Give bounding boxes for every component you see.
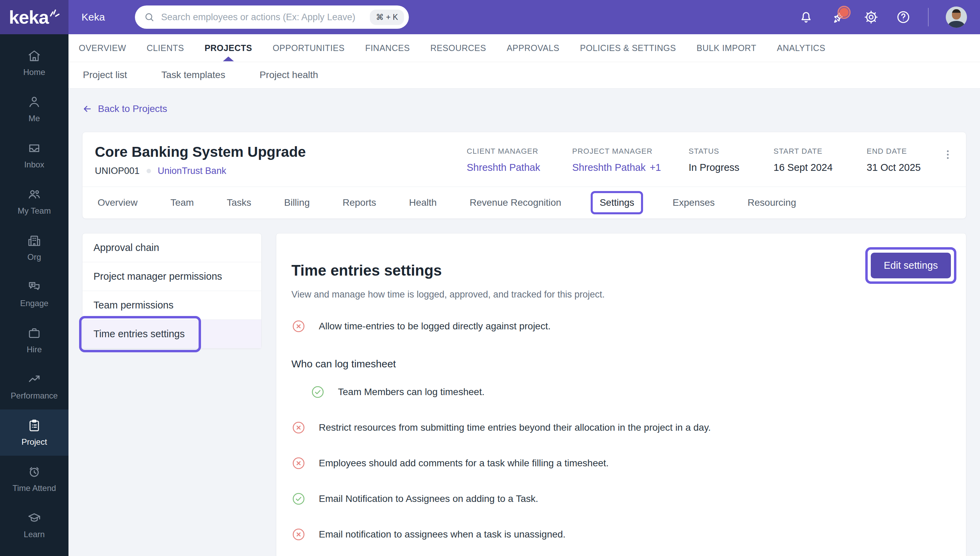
settings-side-nav: Approval chain Project manager permissio… <box>82 233 262 349</box>
sidebar-label: Time Attend <box>12 483 56 493</box>
setting-item: Allow time-entries to be logged directly… <box>291 319 951 333</box>
meta-end-date: END DATE 31 Oct 2025 <box>867 147 939 173</box>
keka-app: keka Keka ⌘ + K <box>0 0 980 556</box>
separator-dot <box>147 169 151 173</box>
sidebar-label: Me <box>28 114 40 123</box>
project-head: Core Banking System Upgrade UNIOP001 Uni… <box>82 132 966 187</box>
client-name-link[interactable]: UnionTrust Bank <box>158 166 226 176</box>
notification-dot <box>838 6 851 19</box>
tab-reports[interactable]: Reports <box>343 197 376 208</box>
sidebar-item-my-team[interactable]: My Team <box>0 178 68 225</box>
keka-logo-text: keka <box>9 8 49 26</box>
performance-icon <box>27 372 41 386</box>
settings-gear-icon[interactable] <box>864 10 879 25</box>
edit-settings-button[interactable]: Edit settings <box>871 253 951 278</box>
team-icon <box>27 187 41 202</box>
project-title: Core Banking System Upgrade <box>95 144 306 160</box>
inbox-icon <box>27 141 41 155</box>
settings-nav-time-entries[interactable]: Time entries settings <box>82 320 261 349</box>
meta-start-date: START DATE 16 Sept 2024 <box>773 147 867 173</box>
check-circle-icon <box>291 491 306 506</box>
sidebar-item-performance[interactable]: Performance <box>0 363 68 409</box>
subnav-project-health[interactable]: Project health <box>260 70 318 81</box>
nav-tab-clients[interactable]: CLIENTS <box>147 35 184 61</box>
subnav-project-list[interactable]: Project list <box>83 70 127 81</box>
sidebar-item-time-attend[interactable]: Time Attend <box>0 456 68 502</box>
tab-overview[interactable]: Overview <box>98 197 137 208</box>
sidebar-item-learn[interactable]: Learn <box>0 502 68 548</box>
nav-tab-projects[interactable]: PROJECTS <box>204 35 252 61</box>
sidebar-item-inbox[interactable]: Inbox <box>0 132 68 178</box>
module-nav: OVERVIEW CLIENTS PROJECTS OPPORTUNITIES … <box>68 34 980 61</box>
tab-settings[interactable]: Settings <box>600 197 634 208</box>
project-tabs: Overview Team Tasks Billing Reports Heal… <box>82 187 966 218</box>
arrow-left-icon <box>82 104 92 114</box>
sidebar-label: Learn <box>24 530 45 539</box>
sidebar-item-hire[interactable]: Hire <box>0 317 68 363</box>
setting-item: Email Notification to Assignees on addin… <box>291 491 951 506</box>
help-icon[interactable] <box>896 10 911 25</box>
nav-tab-analytics[interactable]: ANALYTICS <box>777 35 826 61</box>
tab-expenses[interactable]: Expenses <box>673 197 715 208</box>
nav-tab-finances[interactable]: FINANCES <box>365 35 409 61</box>
settings-nav-approval-chain[interactable]: Approval chain <box>82 233 261 262</box>
whats-new-rocket-icon[interactable] <box>831 9 846 25</box>
tab-team[interactable]: Team <box>170 197 194 208</box>
panel-title: Time entries settings <box>291 262 951 279</box>
project-manager-link[interactable]: Shreshth Pathak+1 <box>572 162 689 173</box>
product-name: Keka <box>81 11 105 23</box>
projects-subnav: Project list Task templates Project heal… <box>68 61 980 89</box>
cross-circle-icon <box>291 527 306 541</box>
kebab-menu-icon[interactable] <box>942 148 954 163</box>
nav-tab-opportunities[interactable]: OPPORTUNITIES <box>273 35 344 61</box>
sidebar-label: Engage <box>20 299 49 308</box>
sidebar-item-project[interactable]: Project <box>0 409 68 456</box>
sidebar-label: Project <box>21 437 47 447</box>
status-value: In Progress <box>689 162 773 173</box>
topbar-divider <box>928 8 929 26</box>
alarm-clock-icon <box>27 465 41 479</box>
nav-tab-approvals[interactable]: APPROVALS <box>507 35 560 61</box>
project-icon <box>27 419 41 433</box>
user-avatar[interactable] <box>946 6 967 28</box>
sidebar-label: Home <box>23 68 45 77</box>
briefcase-icon <box>27 326 41 340</box>
project-identity: Core Banking System Upgrade UNIOP001 Uni… <box>95 144 306 176</box>
client-manager-link[interactable]: Shreshth Pathak <box>467 162 572 173</box>
sidebar-item-org[interactable]: Org <box>0 225 68 271</box>
meta-client-manager: CLIENT MANAGER Shreshth Pathak <box>467 147 572 173</box>
nav-tab-resources[interactable]: RESOURCES <box>430 35 486 61</box>
more-managers-badge[interactable]: +1 <box>650 162 661 173</box>
logo-spark-icon <box>49 8 60 17</box>
sidebar-item-me[interactable]: Me <box>0 86 68 132</box>
sidebar-item-home[interactable]: Home <box>0 40 68 86</box>
home-icon <box>27 48 41 63</box>
tab-tasks[interactable]: Tasks <box>227 197 251 208</box>
tab-health[interactable]: Health <box>409 197 437 208</box>
settings-nav-pm-permissions[interactable]: Project manager permissions <box>82 262 261 291</box>
cross-circle-icon <box>291 319 306 333</box>
sidebar-label: Inbox <box>24 160 45 170</box>
sidebar-label: My Team <box>18 206 51 216</box>
user-icon <box>27 95 41 109</box>
settings-nav-team-permissions[interactable]: Team permissions <box>82 291 261 320</box>
sidebar-item-engage[interactable]: Engage <box>0 271 68 317</box>
graduation-cap-icon <box>27 511 41 525</box>
search-input[interactable] <box>160 11 369 23</box>
project-meta: CLIENT MANAGER Shreshth Pathak PROJECT M… <box>467 147 954 173</box>
nav-tab-overview[interactable]: OVERVIEW <box>79 35 126 61</box>
nav-tab-bulk-import[interactable]: BULK IMPORT <box>697 35 757 61</box>
panel-subtitle: View and manage how time is logged, appr… <box>291 289 951 300</box>
sidebar-label: Performance <box>11 391 58 401</box>
back-to-projects-link[interactable]: Back to Projects <box>82 103 167 114</box>
topbar-actions <box>799 6 980 28</box>
tab-billing[interactable]: Billing <box>284 197 310 208</box>
keka-logo[interactable]: keka <box>0 0 68 34</box>
nav-tab-policies-settings[interactable]: POLICIES & SETTINGS <box>580 35 676 61</box>
tab-resourcing[interactable]: Resourcing <box>747 197 796 208</box>
global-search[interactable]: ⌘ + K <box>135 5 409 29</box>
notifications-bell-icon[interactable] <box>799 10 813 25</box>
setting-item: Restrict resources from submitting time … <box>291 420 951 435</box>
subnav-task-templates[interactable]: Task templates <box>161 70 225 81</box>
tab-revenue-recognition[interactable]: Revenue Recognition <box>469 197 561 208</box>
